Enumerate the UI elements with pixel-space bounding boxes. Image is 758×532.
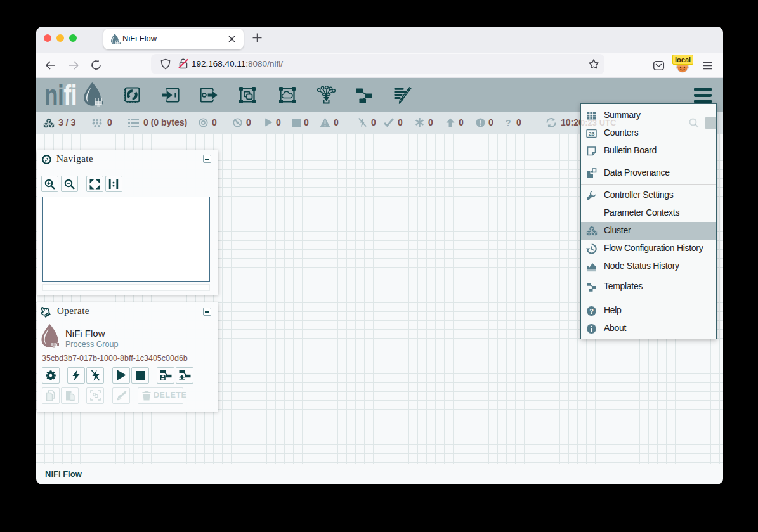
svg-text:23: 23 (589, 131, 595, 137)
svg-text:?: ? (589, 307, 594, 315)
